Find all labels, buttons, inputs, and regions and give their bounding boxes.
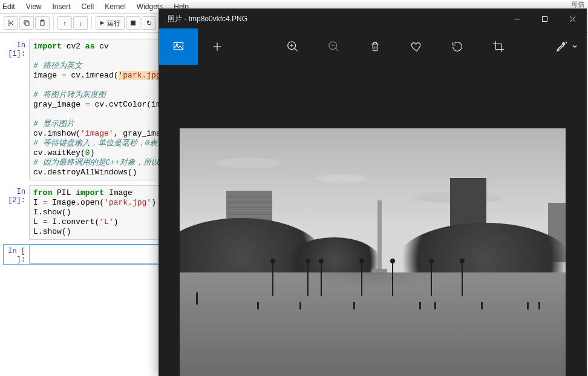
- run-label: 运行: [107, 19, 120, 28]
- photo-image: [180, 128, 566, 376]
- photos-add-button[interactable]: [198, 28, 237, 65]
- photos-view-tab[interactable]: [159, 28, 198, 65]
- delete-icon[interactable]: [368, 39, 382, 54]
- svg-rect-2: [25, 22, 29, 25]
- svg-rect-7: [174, 42, 183, 50]
- stop-button[interactable]: [126, 16, 140, 30]
- svg-rect-5: [131, 21, 136, 25]
- rotate-icon[interactable]: [450, 39, 465, 54]
- minimize-button[interactable]: [503, 9, 531, 28]
- crop-icon[interactable]: [491, 39, 506, 54]
- copy-button[interactable]: [19, 16, 34, 30]
- run-button[interactable]: 运行: [96, 16, 125, 30]
- paste-button[interactable]: [35, 16, 50, 30]
- close-button[interactable]: [558, 9, 586, 28]
- menu-edit[interactable]: Edit: [2, 2, 15, 11]
- photos-titlebar: 照片 - tmp8o0vkfc4.PNG: [159, 9, 586, 28]
- menu-view[interactable]: View: [26, 2, 42, 11]
- zoom-out-icon[interactable]: [327, 39, 341, 54]
- favorite-icon[interactable]: [409, 39, 423, 54]
- photos-toolbar: [159, 28, 586, 65]
- menu-kernel[interactable]: Kernel: [105, 2, 126, 11]
- restart-button[interactable]: ↻: [142, 16, 156, 30]
- svg-point-8: [176, 44, 178, 45]
- cell-prompt: In [2]:: [4, 185, 29, 240]
- svg-point-0: [8, 21, 10, 22]
- edit-menu[interactable]: [555, 40, 586, 53]
- move-up-button[interactable]: ↑: [57, 16, 72, 30]
- photos-stage[interactable]: [159, 65, 586, 376]
- photos-window: 照片 - tmp8o0vkfc4.PNG: [158, 8, 587, 376]
- photos-title: 照片 - tmp8o0vkfc4.PNG: [159, 14, 247, 24]
- corner-indicator: 可信: [571, 0, 584, 9]
- svg-rect-6: [542, 16, 547, 21]
- svg-point-1: [8, 24, 10, 25]
- cut-button[interactable]: [4, 16, 18, 30]
- cell-prompt: In [ ]:: [4, 245, 29, 264]
- maximize-button[interactable]: [531, 9, 558, 28]
- menu-cell[interactable]: Cell: [82, 2, 94, 11]
- menu-insert[interactable]: Insert: [52, 2, 70, 11]
- move-down-button[interactable]: ↓: [73, 16, 88, 30]
- zoom-in-icon[interactable]: [286, 39, 300, 54]
- cell-prompt: In [1]:: [4, 39, 29, 180]
